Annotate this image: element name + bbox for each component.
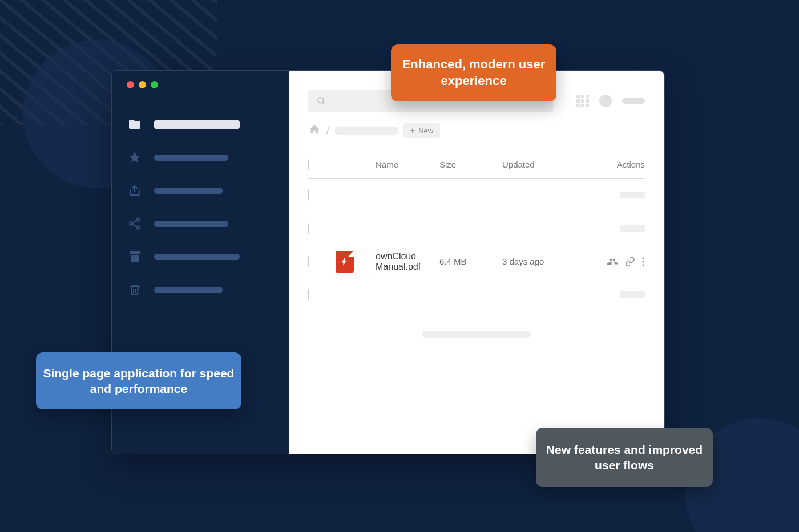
svg-point-2	[136, 226, 140, 229]
new-button-label: New	[418, 127, 433, 135]
col-actions: Actions	[588, 160, 645, 169]
star-icon	[127, 149, 143, 165]
breadcrumb-separator: /	[326, 125, 329, 137]
file-size: 6.4 MB	[439, 257, 502, 266]
table-header: Name Size Updated Actions	[308, 153, 645, 179]
select-all-checkbox[interactable]	[308, 159, 309, 170]
callout-top: Enhanced, modern user experience	[391, 44, 556, 101]
table-row[interactable]: ownCloud Manual.pdf 6.4 MB 3 days ago	[308, 245, 645, 278]
search-icon	[316, 96, 326, 106]
table-footer	[422, 331, 531, 338]
svg-point-3	[318, 98, 324, 103]
sidebar-item-label	[154, 120, 240, 129]
table-row[interactable]	[308, 278, 645, 311]
plus-icon: +	[410, 126, 415, 135]
sidebar-item-archive[interactable]	[127, 240, 274, 273]
table-row[interactable]	[308, 179, 645, 212]
callout-text: Single page application for speed and pe…	[36, 366, 241, 397]
sidebar-item-label	[154, 155, 228, 161]
avatar[interactable]	[599, 95, 612, 107]
archive-icon	[127, 249, 143, 265]
main-panel: / + New Name Size Updated Actions	[289, 71, 664, 454]
window-controls[interactable]	[127, 81, 274, 88]
sidebar-item-label	[154, 221, 228, 227]
col-name[interactable]: Name	[376, 160, 439, 169]
svg-point-5	[643, 261, 644, 262]
sidebar-item-label	[154, 287, 223, 293]
callout-right: New features and improved user flows	[536, 428, 713, 487]
sidebar-item-files[interactable]	[127, 108, 274, 141]
sidebar-item-shared-out[interactable]	[127, 174, 274, 207]
file-actions-placeholder	[620, 225, 645, 232]
sidebar-item-favorites[interactable]	[127, 141, 274, 174]
sidebar-item-label	[154, 254, 240, 260]
sidebar-item-label	[154, 188, 223, 194]
people-icon[interactable]	[606, 257, 619, 267]
callout-left: Single page application for speed and pe…	[36, 352, 241, 409]
folder-icon	[127, 116, 143, 132]
share-out-icon	[127, 182, 143, 198]
file-table: Name Size Updated Actions	[308, 153, 645, 311]
row-checkbox[interactable]	[308, 223, 309, 234]
svg-point-0	[136, 218, 140, 221]
link-icon[interactable]	[624, 257, 636, 267]
file-name: ownCloud Manual.pdf	[376, 251, 439, 272]
sidebar-item-trash[interactable]	[127, 273, 274, 306]
home-icon[interactable]	[308, 123, 321, 138]
callout-text: New features and improved user flows	[536, 442, 713, 473]
file-actions-placeholder	[620, 192, 645, 198]
callout-text: Enhanced, modern user experience	[391, 56, 556, 89]
col-size[interactable]: Size	[439, 160, 502, 169]
share-icon	[127, 216, 143, 232]
file-actions-placeholder	[620, 291, 645, 298]
file-updated: 3 days ago	[502, 257, 588, 266]
row-checkbox[interactable]	[308, 190, 309, 201]
user-menu[interactable]	[622, 98, 645, 104]
apps-grid-icon[interactable]	[576, 95, 589, 107]
row-checkbox[interactable]	[308, 256, 309, 267]
trash-icon	[127, 282, 143, 298]
pdf-icon	[336, 251, 354, 273]
new-button[interactable]: + New	[403, 123, 440, 138]
minimize-icon[interactable]	[139, 81, 146, 88]
maximize-icon[interactable]	[151, 81, 158, 88]
svg-point-6	[643, 264, 644, 266]
close-icon[interactable]	[127, 81, 134, 88]
breadcrumb-segment[interactable]	[335, 127, 398, 135]
sidebar-item-shared[interactable]	[127, 207, 274, 240]
table-row[interactable]	[308, 212, 645, 245]
row-checkbox[interactable]	[308, 289, 309, 300]
svg-point-1	[130, 222, 133, 225]
svg-point-4	[643, 257, 644, 259]
col-updated[interactable]: Updated	[502, 160, 588, 169]
breadcrumb: / + New	[308, 123, 645, 138]
more-icon[interactable]	[641, 257, 645, 267]
